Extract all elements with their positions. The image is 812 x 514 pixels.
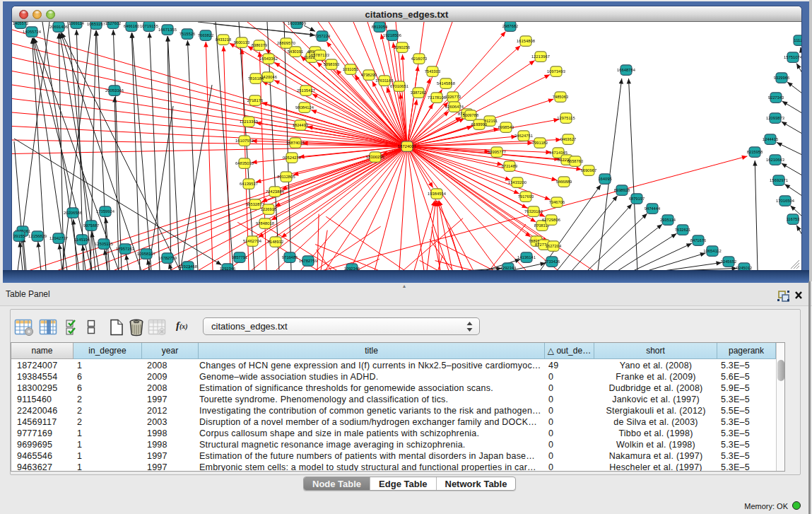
svg-text:7515526: 7515526: [180, 32, 196, 36]
svg-text:6658760: 6658760: [567, 159, 584, 163]
svg-text:64139537: 64139537: [240, 182, 258, 186]
svg-text:10654112: 10654112: [703, 249, 721, 253]
svg-text:7346706: 7346706: [549, 200, 565, 204]
svg-text:73178108: 73178108: [428, 95, 446, 100]
svg-text:97848018: 97848018: [256, 221, 274, 226]
svg-text:1226916: 1226916: [261, 207, 277, 211]
svg-text:02606474: 02606474: [445, 105, 464, 109]
svg-text:1824493: 1824493: [293, 123, 309, 127]
svg-text:76320163: 76320163: [524, 209, 543, 214]
svg-text:65787133: 65787133: [311, 53, 329, 57]
svg-text:5098393: 5098393: [324, 62, 340, 66]
svg-text:8813054: 8813054: [372, 25, 388, 29]
svg-text:6193990: 6193990: [471, 122, 488, 127]
svg-text:16210643: 16210643: [766, 158, 784, 162]
svg-text:9463627: 9463627: [560, 137, 577, 141]
svg-text:00524278: 00524278: [283, 156, 301, 160]
svg-text:18300295: 18300295: [366, 155, 384, 159]
svg-text:164095: 164095: [598, 177, 611, 181]
svg-text:1527602: 1527602: [105, 22, 122, 25]
svg-text:16543362: 16543362: [259, 57, 278, 61]
svg-text:12505135: 12505135: [95, 242, 113, 246]
svg-text:96532871: 96532871: [246, 202, 264, 206]
svg-text:12942737: 12942737: [49, 236, 68, 240]
svg-text:17359924: 17359924: [96, 209, 115, 214]
svg-text:6690967: 6690967: [581, 168, 597, 173]
svg-text:39155: 39155: [13, 234, 25, 238]
svg-text:10973493: 10973493: [547, 69, 565, 74]
svg-text:7632621: 7632621: [675, 228, 691, 232]
svg-text:20691406: 20691406: [49, 25, 68, 29]
svg-text:0433218: 0433218: [216, 37, 232, 42]
svg-text:6879197: 6879197: [629, 197, 645, 201]
svg-text:1092346: 1092346: [344, 267, 360, 270]
svg-text:1145194: 1145194: [74, 238, 90, 242]
svg-text:16033809: 16033809: [288, 22, 306, 25]
svg-text:8471676: 8471676: [690, 238, 707, 243]
svg-text:54145868: 54145868: [437, 81, 455, 86]
svg-text:16648784: 16648784: [617, 68, 636, 72]
svg-text:11121: 11121: [794, 38, 801, 42]
svg-text:7991183: 7991183: [532, 141, 548, 145]
svg-text:1292344: 1292344: [500, 266, 517, 270]
svg-text:20206586: 20206586: [64, 211, 82, 215]
svg-text:10958107: 10958107: [137, 252, 155, 256]
svg-text:20053346: 20053346: [105, 88, 124, 93]
svg-text:37631165: 37631165: [375, 78, 393, 83]
svg-text:9474444: 9474444: [645, 206, 661, 211]
svg-text:64835030: 64835030: [235, 161, 254, 165]
svg-text:9716485: 9716485: [282, 255, 298, 259]
svg-text:34624751: 34624751: [514, 134, 533, 138]
svg-text:2260256: 2260256: [394, 45, 411, 49]
svg-text:17016504: 17016504: [776, 199, 795, 203]
svg-text:1292346: 1292346: [220, 267, 236, 270]
svg-text:12213369: 12213369: [240, 119, 258, 124]
svg-text:12975115: 12975115: [557, 116, 575, 120]
svg-text:8386379: 8386379: [252, 43, 268, 47]
svg-text:17957263: 17957263: [116, 247, 134, 251]
svg-text:6466160: 6466160: [124, 24, 140, 28]
svg-text:18724007: 18724007: [398, 144, 416, 148]
svg-text:3387262: 3387262: [411, 90, 427, 95]
svg-text:12093873: 12093873: [766, 116, 784, 120]
svg-text:7917693: 7917693: [518, 194, 534, 199]
svg-text:1031051: 1031051: [343, 67, 359, 71]
svg-text:19384554: 19384554: [428, 192, 447, 196]
svg-text:1244415: 1244415: [763, 137, 779, 141]
svg-text:16782759: 16782759: [158, 256, 177, 260]
svg-text:98084124: 98084124: [295, 105, 314, 110]
svg-text:12156829: 12156829: [28, 234, 47, 238]
svg-text:62729806: 62729806: [542, 218, 560, 222]
svg-text:2718176: 2718176: [247, 98, 264, 103]
svg-text:72423884: 72423884: [266, 189, 285, 194]
svg-text:15751074: 15751074: [784, 55, 801, 59]
svg-text:16154808: 16154808: [517, 39, 535, 43]
svg-text:8215958: 8215958: [747, 150, 763, 154]
svg-text:4216073: 4216073: [411, 57, 428, 61]
svg-text:9245652: 9245652: [721, 259, 737, 264]
svg-text:9857791: 9857791: [232, 255, 248, 259]
svg-text:5009788: 5009788: [463, 113, 479, 117]
svg-text:1069114: 1069114: [69, 22, 85, 25]
svg-text:5430391: 5430391: [288, 49, 304, 54]
svg-text:13433200: 13433200: [508, 180, 526, 185]
svg-text:7663822: 7663822: [198, 33, 214, 37]
svg-text:67010651: 67010651: [390, 84, 408, 88]
svg-text:8148932: 8148932: [268, 240, 284, 244]
svg-text:25135427: 25135427: [297, 88, 315, 93]
svg-text:1733426: 1733426: [544, 259, 560, 264]
svg-text:19218506: 19218506: [383, 33, 401, 37]
svg-text:51462704: 51462704: [243, 239, 262, 243]
svg-text:6998543: 6998543: [498, 125, 514, 129]
svg-text:1627204: 1627204: [546, 244, 562, 248]
svg-text:16671355: 16671355: [158, 28, 177, 32]
svg-text:7485063: 7485063: [553, 95, 569, 99]
svg-text:28809570: 28809570: [277, 41, 295, 45]
svg-text:14136141: 14136141: [517, 255, 536, 259]
svg-text:16107552: 16107552: [235, 139, 254, 143]
svg-text:12923468: 12923468: [179, 264, 197, 269]
svg-text:7816184: 7816184: [248, 76, 264, 81]
svg-text:8721489: 8721489: [502, 164, 518, 168]
svg-text:9227343: 9227343: [768, 95, 784, 100]
svg-text:8938928: 8938928: [614, 188, 630, 192]
